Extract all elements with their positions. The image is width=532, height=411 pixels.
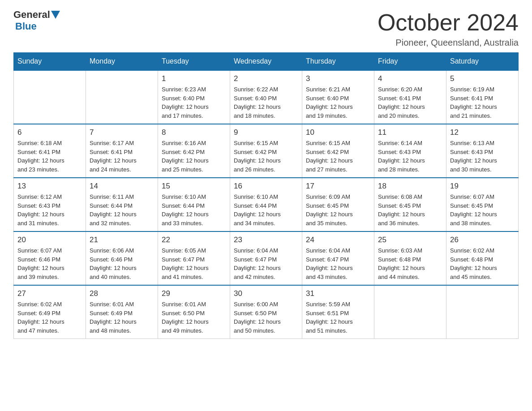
week-row-5: 27Sunrise: 6:02 AM Sunset: 6:49 PM Dayli… xyxy=(14,285,519,339)
day-number: 13 xyxy=(17,182,82,191)
calendar-cell xyxy=(86,70,158,124)
calendar-cell xyxy=(374,285,446,339)
day-number: 25 xyxy=(378,235,442,244)
day-number: 12 xyxy=(450,128,515,137)
day-info: Sunrise: 6:21 AM Sunset: 6:40 PM Dayligh… xyxy=(306,85,370,120)
logo: General Blue xyxy=(13,9,61,32)
day-number: 29 xyxy=(162,289,226,298)
calendar-cell: 17Sunrise: 6:09 AM Sunset: 6:45 PM Dayli… xyxy=(302,178,374,231)
day-number: 30 xyxy=(234,289,298,298)
day-info: Sunrise: 6:02 AM Sunset: 6:48 PM Dayligh… xyxy=(450,246,515,281)
day-info: Sunrise: 6:22 AM Sunset: 6:40 PM Dayligh… xyxy=(234,85,298,120)
calendar-cell: 13Sunrise: 6:12 AM Sunset: 6:43 PM Dayli… xyxy=(14,178,86,231)
day-number: 20 xyxy=(17,235,82,244)
day-number: 9 xyxy=(234,128,298,137)
day-number: 2 xyxy=(234,74,298,83)
col-header-tuesday: Tuesday xyxy=(158,53,230,71)
calendar-cell: 15Sunrise: 6:10 AM Sunset: 6:44 PM Dayli… xyxy=(158,178,230,231)
day-info: Sunrise: 6:06 AM Sunset: 6:46 PM Dayligh… xyxy=(90,246,154,281)
day-info: Sunrise: 6:10 AM Sunset: 6:44 PM Dayligh… xyxy=(234,193,298,227)
day-info: Sunrise: 6:05 AM Sunset: 6:47 PM Dayligh… xyxy=(162,246,226,281)
day-info: Sunrise: 6:07 AM Sunset: 6:46 PM Dayligh… xyxy=(17,246,82,281)
day-info: Sunrise: 6:12 AM Sunset: 6:43 PM Dayligh… xyxy=(17,193,82,227)
calendar-cell: 24Sunrise: 6:04 AM Sunset: 6:47 PM Dayli… xyxy=(302,231,374,285)
day-number: 24 xyxy=(306,235,370,244)
day-info: Sunrise: 6:23 AM Sunset: 6:40 PM Dayligh… xyxy=(162,85,226,120)
day-number: 15 xyxy=(162,182,226,191)
week-row-4: 20Sunrise: 6:07 AM Sunset: 6:46 PM Dayli… xyxy=(14,231,519,285)
week-row-3: 13Sunrise: 6:12 AM Sunset: 6:43 PM Dayli… xyxy=(14,178,519,231)
day-number: 31 xyxy=(306,289,370,298)
day-number: 26 xyxy=(450,235,515,244)
day-info: Sunrise: 6:04 AM Sunset: 6:47 PM Dayligh… xyxy=(306,246,370,281)
day-info: Sunrise: 6:17 AM Sunset: 6:41 PM Dayligh… xyxy=(90,139,154,174)
logo-blue-text: Blue xyxy=(15,21,37,32)
day-number: 23 xyxy=(234,235,298,244)
calendar-cell: 1Sunrise: 6:23 AM Sunset: 6:40 PM Daylig… xyxy=(158,70,230,124)
calendar-cell xyxy=(14,70,86,124)
day-number: 5 xyxy=(450,74,515,83)
col-header-monday: Monday xyxy=(86,53,158,71)
day-info: Sunrise: 6:15 AM Sunset: 6:42 PM Dayligh… xyxy=(234,139,298,174)
day-info: Sunrise: 6:15 AM Sunset: 6:42 PM Dayligh… xyxy=(306,139,370,174)
day-number: 19 xyxy=(450,182,515,191)
day-number: 14 xyxy=(90,182,154,191)
col-header-sunday: Sunday xyxy=(14,53,86,71)
day-info: Sunrise: 6:19 AM Sunset: 6:41 PM Dayligh… xyxy=(450,85,515,120)
week-row-1: 1Sunrise: 6:23 AM Sunset: 6:40 PM Daylig… xyxy=(14,70,519,124)
calendar-cell: 2Sunrise: 6:22 AM Sunset: 6:40 PM Daylig… xyxy=(230,70,302,124)
day-number: 18 xyxy=(378,182,442,191)
title-section: October 2024 Pioneer, Queensland, Austra… xyxy=(378,9,519,48)
day-info: Sunrise: 6:01 AM Sunset: 6:50 PM Dayligh… xyxy=(162,300,226,335)
calendar-cell: 18Sunrise: 6:08 AM Sunset: 6:45 PM Dayli… xyxy=(374,178,446,231)
col-header-wednesday: Wednesday xyxy=(230,53,302,71)
calendar-cell: 3Sunrise: 6:21 AM Sunset: 6:40 PM Daylig… xyxy=(302,70,374,124)
calendar-cell: 26Sunrise: 6:02 AM Sunset: 6:48 PM Dayli… xyxy=(446,231,519,285)
day-info: Sunrise: 6:02 AM Sunset: 6:49 PM Dayligh… xyxy=(17,300,82,335)
day-info: Sunrise: 6:04 AM Sunset: 6:47 PM Dayligh… xyxy=(234,246,298,281)
month-title: October 2024 xyxy=(378,9,519,36)
calendar-cell: 31Sunrise: 5:59 AM Sunset: 6:51 PM Dayli… xyxy=(302,285,374,339)
calendar-cell: 12Sunrise: 6:13 AM Sunset: 6:43 PM Dayli… xyxy=(446,124,519,178)
calendar-cell: 20Sunrise: 6:07 AM Sunset: 6:46 PM Dayli… xyxy=(14,231,86,285)
day-number: 27 xyxy=(17,289,82,298)
logo-triangle-icon xyxy=(51,11,60,19)
calendar-cell: 22Sunrise: 6:05 AM Sunset: 6:47 PM Dayli… xyxy=(158,231,230,285)
day-number: 11 xyxy=(378,128,442,137)
day-number: 3 xyxy=(306,74,370,83)
day-number: 22 xyxy=(162,235,226,244)
calendar-table: SundayMondayTuesdayWednesdayThursdayFrid… xyxy=(13,52,519,339)
location-label: Pioneer, Queensland, Australia xyxy=(378,38,519,48)
day-info: Sunrise: 5:59 AM Sunset: 6:51 PM Dayligh… xyxy=(306,300,370,335)
calendar-cell: 30Sunrise: 6:00 AM Sunset: 6:50 PM Dayli… xyxy=(230,285,302,339)
calendar-cell: 19Sunrise: 6:07 AM Sunset: 6:45 PM Dayli… xyxy=(446,178,519,231)
day-info: Sunrise: 6:10 AM Sunset: 6:44 PM Dayligh… xyxy=(162,193,226,227)
day-info: Sunrise: 6:00 AM Sunset: 6:50 PM Dayligh… xyxy=(234,300,298,335)
day-info: Sunrise: 6:07 AM Sunset: 6:45 PM Dayligh… xyxy=(450,193,515,227)
day-info: Sunrise: 6:20 AM Sunset: 6:41 PM Dayligh… xyxy=(378,85,442,120)
day-info: Sunrise: 6:08 AM Sunset: 6:45 PM Dayligh… xyxy=(378,193,442,227)
calendar-cell: 10Sunrise: 6:15 AM Sunset: 6:42 PM Dayli… xyxy=(302,124,374,178)
col-header-friday: Friday xyxy=(374,53,446,71)
calendar-cell: 4Sunrise: 6:20 AM Sunset: 6:41 PM Daylig… xyxy=(374,70,446,124)
day-info: Sunrise: 6:18 AM Sunset: 6:41 PM Dayligh… xyxy=(17,139,82,174)
day-info: Sunrise: 6:11 AM Sunset: 6:44 PM Dayligh… xyxy=(90,193,154,227)
day-info: Sunrise: 6:03 AM Sunset: 6:48 PM Dayligh… xyxy=(378,246,442,281)
calendar-cell: 27Sunrise: 6:02 AM Sunset: 6:49 PM Dayli… xyxy=(14,285,86,339)
day-number: 16 xyxy=(234,182,298,191)
calendar-cell: 9Sunrise: 6:15 AM Sunset: 6:42 PM Daylig… xyxy=(230,124,302,178)
day-info: Sunrise: 6:16 AM Sunset: 6:42 PM Dayligh… xyxy=(162,139,226,174)
week-row-2: 6Sunrise: 6:18 AM Sunset: 6:41 PM Daylig… xyxy=(14,124,519,178)
calendar-cell: 23Sunrise: 6:04 AM Sunset: 6:47 PM Dayli… xyxy=(230,231,302,285)
calendar-cell: 14Sunrise: 6:11 AM Sunset: 6:44 PM Dayli… xyxy=(86,178,158,231)
day-info: Sunrise: 6:13 AM Sunset: 6:43 PM Dayligh… xyxy=(450,139,515,174)
calendar-cell: 16Sunrise: 6:10 AM Sunset: 6:44 PM Dayli… xyxy=(230,178,302,231)
day-number: 28 xyxy=(90,289,154,298)
day-number: 1 xyxy=(162,74,226,83)
calendar-header-row: SundayMondayTuesdayWednesdayThursdayFrid… xyxy=(14,53,519,71)
day-number: 8 xyxy=(162,128,226,137)
day-number: 4 xyxy=(378,74,442,83)
day-number: 7 xyxy=(90,128,154,137)
calendar-cell: 28Sunrise: 6:01 AM Sunset: 6:49 PM Dayli… xyxy=(86,285,158,339)
calendar-cell: 25Sunrise: 6:03 AM Sunset: 6:48 PM Dayli… xyxy=(374,231,446,285)
